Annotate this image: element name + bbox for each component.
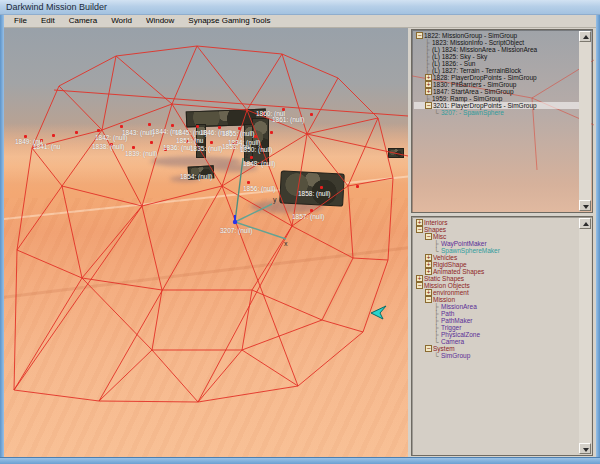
scene-tree-scrollbar[interactable]	[579, 31, 591, 211]
palette-node-pathmaker[interactable]: ├PathMaker	[414, 317, 579, 324]
spawn-point-marker[interactable]	[150, 141, 153, 144]
palette-node-interiors[interactable]: +Interiors	[414, 219, 579, 226]
palette-node-spawnspheremaker[interactable]: └SpawnSphereMaker	[414, 247, 579, 254]
scene-node-1959-ramp-simgroup[interactable]: ├1959: Ramp - SimGroup	[414, 95, 579, 102]
scene-node-1823-missioninfo-scriptobject[interactable]: ├1823: MissionInfo - ScriptObject	[414, 39, 579, 46]
spawn-point-marker[interactable]	[75, 131, 78, 134]
spawn-point-marker[interactable]	[250, 156, 253, 159]
palette-node-waypointmaker[interactable]: ├WayPointMaker	[414, 240, 579, 247]
scene-node-1847-startarea-simgroup[interactable]: +1847: StartArea - SimGroup	[414, 88, 579, 95]
collapse-icon[interactable]: −	[425, 345, 432, 352]
tree-item-label: RigidShape	[433, 261, 467, 268]
menu-file[interactable]: File	[8, 15, 33, 27]
scene-node-l-1824-missionarea-missionarea[interactable]: ├(L) 1824: MissionArea - MissionArea	[414, 46, 579, 53]
expand-icon[interactable]: +	[425, 261, 432, 268]
menu-synapse-gaming-tools[interactable]: Synapse Gaming Tools	[182, 15, 276, 27]
spawn-label: 1848: (null)	[243, 160, 276, 167]
collapse-icon[interactable]: −	[416, 282, 423, 289]
tree-item-label: (L) 1827: Terrain - TerrainBlock	[432, 67, 521, 74]
tree-item-label: PhysicalZone	[441, 331, 480, 338]
spawn-point-marker[interactable]	[120, 125, 123, 128]
spawn-point-marker[interactable]	[310, 113, 313, 116]
spawn-point-marker[interactable]	[97, 129, 100, 132]
tree-item-label: (L) 1826: - Sun	[432, 60, 475, 67]
expand-icon[interactable]: +	[425, 88, 432, 95]
expand-icon[interactable]: +	[416, 275, 423, 282]
spawn-label: 1850: (null)	[240, 146, 273, 153]
spawn-point-marker[interactable]	[132, 146, 135, 149]
transform-gizmo[interactable]	[4, 28, 408, 457]
spawn-point-marker[interactable]	[148, 123, 151, 126]
waypoint-arrow-icon[interactable]	[370, 305, 390, 321]
collapse-icon[interactable]: −	[416, 226, 423, 233]
spawn-point-marker[interactable]	[270, 131, 273, 134]
menu-window[interactable]: Window	[140, 15, 180, 27]
spawn-point-marker[interactable]	[320, 186, 323, 189]
palette-node-mission[interactable]: −Mission	[414, 296, 579, 303]
palette-node-mission-objects[interactable]: −Mission Objects	[414, 282, 579, 289]
collapse-icon[interactable]: −	[425, 102, 432, 109]
collapse-icon[interactable]: −	[416, 32, 423, 39]
tree-item-label: Mission	[433, 296, 455, 303]
palette-scrollbar[interactable]	[579, 218, 591, 454]
palette-node-shapes[interactable]: −Shapes	[414, 226, 579, 233]
expand-icon[interactable]: +	[425, 74, 432, 81]
spawn-point-marker[interactable]	[171, 124, 174, 127]
palette-node-path[interactable]: ├Path	[414, 310, 579, 317]
spawn-point-marker[interactable]	[310, 209, 313, 212]
palette-node-trigger[interactable]: ├Trigger	[414, 324, 579, 331]
scene-node-1828-playerdroppoints-simgroup[interactable]: +1828: PlayerDropPoints - SimGroup	[414, 74, 579, 81]
spawn-label: 1854: (null)	[180, 173, 213, 180]
spawn-label: 1841: (nu	[33, 143, 60, 150]
scene-node-l-1826-sun[interactable]: ├(L) 1826: - Sun	[414, 60, 579, 67]
object-palette-panel[interactable]: +Interiors−Shapes−Misc├WayPointMaker└Spa…	[411, 216, 593, 456]
scroll-up-button[interactable]	[579, 31, 591, 42]
palette-node-camera[interactable]: └Camera	[414, 338, 579, 345]
palette-node-missionarea[interactable]: ├MissionArea	[414, 303, 579, 310]
scene-node-l-1825-sky-sky[interactable]: ├(L) 1825: Sky - Sky	[414, 53, 579, 60]
menu-edit[interactable]: Edit	[35, 15, 61, 27]
tree-connector: ├	[425, 67, 432, 74]
palette-node-system[interactable]: −System	[414, 345, 579, 352]
spawn-point-marker[interactable]	[196, 125, 199, 128]
palette-node-animated-shapes[interactable]: +Animated Shapes	[414, 268, 579, 275]
viewport-3d[interactable]: z y x 1849: (nu1841: (nu1842: (null)1838…	[4, 28, 408, 457]
palette-node-physicalzone[interactable]: ├PhysicalZone	[414, 331, 579, 338]
palette-node-simgroup[interactable]: └SimGroup	[414, 352, 579, 359]
scene-node-l-1827-terrain-terrainblock[interactable]: ├(L) 1827: Terrain - TerrainBlock	[414, 67, 579, 74]
spawn-point-marker[interactable]	[356, 185, 359, 188]
expand-icon[interactable]: +	[425, 81, 432, 88]
title-bar[interactable]: Darkwind Mission Builder	[0, 0, 600, 15]
palette-node-static-shapes[interactable]: +Static Shapes	[414, 275, 579, 282]
tree-connector: ├	[434, 331, 441, 338]
palette-node-misc[interactable]: −Misc	[414, 233, 579, 240]
scroll-down-button[interactable]	[579, 200, 591, 211]
expand-icon[interactable]: +	[416, 219, 423, 226]
scene-node-1830-pitbarriers-simgroup[interactable]: +1830: PitBarriers - SimGroup	[414, 81, 579, 88]
palette-node-vehicles[interactable]: +Vehicles	[414, 254, 579, 261]
expand-icon[interactable]: +	[425, 289, 432, 296]
expand-icon[interactable]: +	[425, 254, 432, 261]
collapse-icon[interactable]: −	[425, 233, 432, 240]
tree-connector: └	[434, 247, 441, 254]
scroll-down-button[interactable]	[579, 443, 591, 454]
tree-item-label: Camera	[441, 338, 464, 345]
tree-item-label: WayPointMaker	[441, 240, 487, 247]
palette-node-environment[interactable]: +environment	[414, 289, 579, 296]
spawn-label: 1857: (null)	[292, 213, 325, 220]
scene-node-1822-missiongroup-simgroup[interactable]: −1822: MissionGroup - SimGroup	[414, 32, 579, 39]
scene-node-3201-playerdroppoints-simgroup[interactable]: −3201: PlayerDropPoints - SimGroup	[414, 102, 579, 109]
spawn-point-marker[interactable]	[52, 134, 55, 137]
expand-icon[interactable]: +	[425, 268, 432, 275]
scene-tree-panel[interactable]: −1822: MissionGroup - SimGroup├1823: Mis…	[411, 29, 593, 213]
tree-item-label: Shapes	[424, 226, 446, 233]
palette-node-rigidshape[interactable]: +RigidShape	[414, 261, 579, 268]
collapse-icon[interactable]: −	[425, 296, 432, 303]
menu-camera[interactable]: Camera	[63, 15, 103, 27]
tree-item-label: PathMaker	[441, 317, 472, 324]
spawn-point-marker[interactable]	[247, 181, 250, 184]
spawn-point-marker[interactable]	[210, 141, 213, 144]
scroll-up-button[interactable]	[579, 218, 591, 229]
menu-world[interactable]: World	[105, 15, 138, 27]
scene-node-3207-spawnsphere[interactable]: └3207: - SpawnSphere	[414, 109, 579, 116]
